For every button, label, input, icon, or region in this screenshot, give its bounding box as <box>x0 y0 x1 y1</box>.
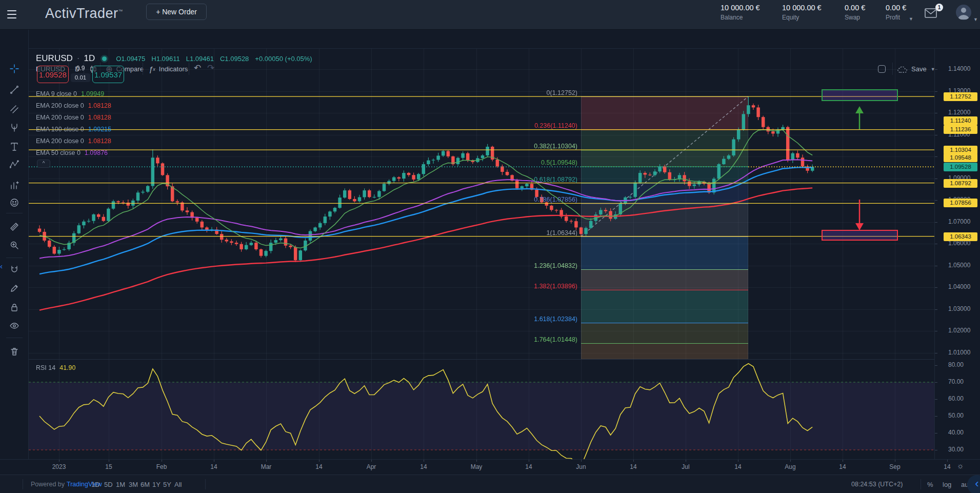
sell-button[interactable]: 1.09528 <box>37 66 69 83</box>
price-tick-label: 1.04000 <box>948 283 970 290</box>
axis-settings-sun-icon[interactable]: ☼ <box>957 461 964 470</box>
text-tool-icon[interactable] <box>5 137 24 156</box>
percent-scale-button[interactable]: % <box>923 475 937 493</box>
price-level-badge: 1.06343 <box>944 232 977 241</box>
rsi-tick-label: 30.00 <box>948 446 964 453</box>
pattern-tool-icon[interactable] <box>5 155 24 174</box>
time-axis-label: Sep <box>889 463 900 470</box>
price-tick-label: 1.14000 <box>948 65 970 72</box>
fib-level-label: 0.382(1.10304) <box>534 143 577 150</box>
rsi-tick-label: 80.00 <box>948 361 964 368</box>
remove-drawings-trash-icon[interactable] <box>5 342 24 361</box>
zoom-in-tool-icon[interactable] <box>5 236 24 254</box>
time-axis[interactable]: 202315Feb14Mar14Apr14May14Jun14Jul14Aug1… <box>0 459 980 475</box>
fib-level-label: 0.786(1.07856) <box>534 196 577 203</box>
magnet-tool-icon[interactable] <box>5 261 24 279</box>
hide-drawings-eye-icon[interactable] <box>5 317 24 335</box>
ema-200-legend-row[interactable]: EMA 200 close 01.08128 <box>36 102 111 109</box>
legend-symbol[interactable]: EURUSD <box>36 53 73 64</box>
time-axis-label: 15 <box>105 463 112 470</box>
fib-level-label: 1.236(1.04832) <box>534 262 577 269</box>
drawing-tools-sidebar <box>0 30 29 475</box>
balance-stat: 10 000.00 €Balance <box>721 4 760 21</box>
drawing-mode-pencil-icon[interactable] <box>5 279 24 298</box>
rsi-tick-label: 70.00 <box>948 378 964 385</box>
legend-close: C1.09528 <box>220 55 249 63</box>
mail-badge: 1 <box>935 4 943 11</box>
price-level-badge: 1.12752 <box>944 92 977 101</box>
price-tick-label: 1.12000 <box>948 109 970 116</box>
profit-stat: 0.00 €Profit <box>886 4 906 21</box>
price-level-badge: 1.08792 <box>944 179 977 188</box>
rsi-tick-label: 40.00 <box>948 429 964 436</box>
log-scale-button[interactable]: log <box>938 475 955 493</box>
fib-level-label: 1.382(1.03896) <box>534 283 577 290</box>
ema-200-legend-row[interactable]: EMA 200 close 01.08128 <box>36 137 111 145</box>
legend-low: L1.09461 <box>186 55 214 63</box>
time-axis-label: Apr <box>367 463 376 470</box>
measure-ruler-tool-icon[interactable] <box>5 218 24 236</box>
rsi-tick-label: 60.00 <box>948 395 964 402</box>
time-axis-label: 2023 <box>52 463 66 470</box>
forecast-bars-tool-icon[interactable] <box>5 176 24 194</box>
time-axis-label: Aug <box>785 463 795 470</box>
new-order-button[interactable]: + New Order <box>146 4 207 20</box>
time-axis-label: 14 <box>210 463 217 470</box>
lock-drawings-icon[interactable] <box>5 298 24 317</box>
time-axis-label: Jun <box>576 463 586 470</box>
price-tick-label: 1.03000 <box>948 305 970 312</box>
clock: 08:24:53 (UTC+2) <box>851 475 903 493</box>
price-level-badge: 1.11236 <box>944 125 977 134</box>
ema-200-legend-row[interactable]: EMA 200 close 01.08128 <box>36 114 111 121</box>
time-axis-label: 14 <box>315 463 322 470</box>
crosshair-tool-icon[interactable] <box>5 60 24 78</box>
time-axis-label: Mar <box>261 463 272 470</box>
hamburger-menu-icon[interactable] <box>5 8 18 21</box>
fib-level-label: 0.5(1.09548) <box>541 159 577 166</box>
quote-panel: 1.09528 0.9 0.01 1.09537 <box>37 66 124 83</box>
legend-interval[interactable]: 1D <box>84 53 95 64</box>
price-level-badge: 1.10304 <box>944 146 977 154</box>
fib-level-label: 0.236(1.11240) <box>534 122 577 129</box>
ema-100-legend-row[interactable]: EMA 100 close 01.09215 <box>36 126 111 133</box>
time-axis-label: 14 <box>420 463 427 470</box>
chart-legend: EURUSD · 1D O1.09475 H1.09611 L1.09461 C… <box>36 53 312 64</box>
time-axis-label: 14 <box>630 463 636 470</box>
account-dropdown-caret-icon[interactable]: ▼ <box>909 16 913 22</box>
buy-button[interactable]: 1.09537 <box>92 66 124 83</box>
chart-canvas[interactable] <box>29 49 934 459</box>
panel-expander-chevron-icon[interactable]: ‹ <box>0 262 3 270</box>
ema-9-legend-row[interactable]: EMA 9 close 01.09949 <box>36 90 104 97</box>
price-level-badge: 1.09548 <box>944 153 977 162</box>
avatar[interactable] <box>956 5 971 20</box>
legend-high: H1.09611 <box>151 55 179 63</box>
price-tick-label: 1.07000 <box>948 218 970 225</box>
time-axis-label: 14 <box>525 463 532 470</box>
rsi-legend[interactable]: RSI 1441.90 <box>36 364 76 371</box>
price-tick-label: 1.02000 <box>948 327 970 334</box>
market-status-dot <box>102 56 107 61</box>
time-axis-label: Feb <box>156 463 167 470</box>
price-level-badge: 1.07856 <box>944 199 977 207</box>
equity-stat: 10 000.00 €Equity <box>782 4 822 21</box>
time-axis-label: May <box>471 463 483 470</box>
ema-50-legend-row[interactable]: EMA 50 close 01.09876 <box>36 149 108 156</box>
time-axis-label: 14 <box>944 463 950 470</box>
fib-level-label: 0(1.12752) <box>547 89 577 96</box>
parallel-channel-tool-icon[interactable] <box>5 100 24 119</box>
trend-line-tool-icon[interactable] <box>5 81 24 99</box>
range-all-button[interactable]: All <box>170 475 186 493</box>
time-axis-label: 14 <box>734 463 741 470</box>
mail-icon[interactable] <box>925 8 937 20</box>
pitchfork-tool-icon[interactable] <box>5 119 24 137</box>
fib-level-label: 1.618(1.02384) <box>534 315 577 323</box>
pane-separator[interactable] <box>29 359 934 360</box>
swap-stat: 0.00 €Swap <box>845 4 865 21</box>
legend-collapse-button[interactable]: ^ <box>37 160 50 168</box>
emoji-tool-icon[interactable] <box>5 193 24 212</box>
app-window: ActivTrader™ + New Order 10 000.00 €Bala… <box>0 0 980 493</box>
fib-level-label: 1(1.06344) <box>547 229 577 236</box>
avatar-dropdown-caret-icon[interactable]: ▼ <box>973 17 978 22</box>
price-axis[interactable]: 1.140001.130001.120001.110001.100001.090… <box>934 49 980 475</box>
bottom-bar: Powered by TradingView 1D 5D 1M 3M 6M 1Y… <box>0 475 980 493</box>
